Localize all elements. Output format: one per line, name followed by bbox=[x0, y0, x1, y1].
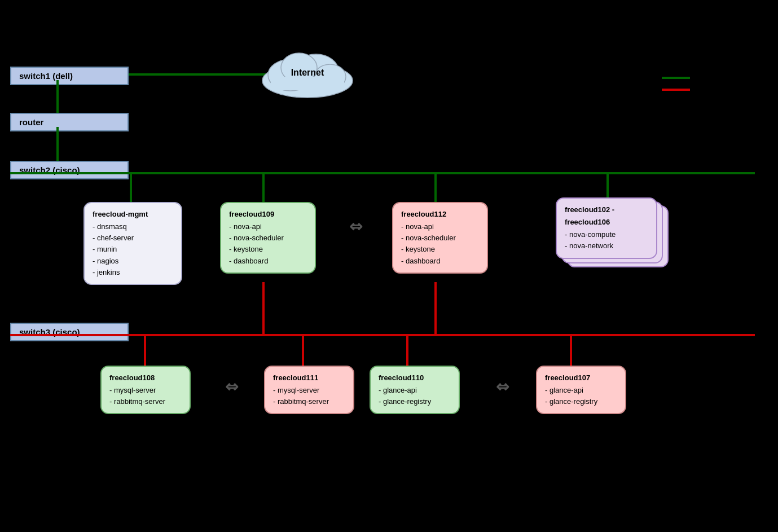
legend-green: public network bbox=[662, 73, 744, 82]
freecloud109-line3: - keystone bbox=[229, 244, 307, 255]
freecloud-mgmt-title: freecloud-mgmt bbox=[93, 209, 173, 220]
freecloud-mgmt-line3: - munin bbox=[93, 244, 173, 255]
freecloud-mgmt-line5: - jenkins bbox=[93, 267, 173, 278]
freecloud107-title: freecloud107 bbox=[545, 372, 617, 384]
red-drop-110 bbox=[406, 334, 408, 367]
freecloud109-line2: - nova-scheduler bbox=[229, 232, 307, 244]
freecloud112-line1: - nova-api bbox=[401, 221, 479, 232]
heartbeat-2-arrow: ⇔ bbox=[203, 379, 260, 395]
freecloud102-106-box: freecloud102 - freecloud106 - nova-compu… bbox=[556, 197, 657, 259]
router-box: router bbox=[10, 113, 129, 131]
internet-cloud: Internet bbox=[254, 38, 361, 103]
freecloud111-line2: - rabbitmq-server bbox=[273, 396, 345, 407]
red-drop-107 bbox=[570, 334, 572, 367]
freecloud108-line2: - rabbitmq-server bbox=[109, 396, 182, 407]
heartbeat-1: ⇔ Heartbeat +DRBD bbox=[327, 219, 384, 250]
red-up-109 bbox=[262, 282, 265, 335]
heartbeat-2: ⇔ Heartbeat +DRBD bbox=[203, 379, 260, 411]
internet-label: Internet bbox=[254, 68, 361, 78]
freecloud102-106-stack: freecloud102 - freecloud106 - nova-compu… bbox=[556, 197, 669, 276]
freecloud111-line1: - mysql-server bbox=[273, 385, 345, 396]
red-drop-108 bbox=[144, 334, 146, 367]
line-switch3-h bbox=[10, 334, 755, 336]
freecloud112-box: freecloud112 - nova-api - nova-scheduler… bbox=[392, 202, 488, 274]
heartbeat-1-label: Heartbeat +DRBD bbox=[327, 235, 384, 250]
drop-109 bbox=[262, 172, 265, 203]
freecloud112-title: freecloud112 bbox=[401, 209, 479, 220]
freecloud108-box: freecloud108 - mysql-server - rabbitmq-s… bbox=[100, 366, 191, 414]
freecloud107-box: freecloud107 - glance-api - glance-regis… bbox=[536, 366, 626, 414]
legend-green-line bbox=[662, 77, 690, 79]
svg-rect-5 bbox=[271, 77, 344, 90]
heartbeat-2-label: Heartbeat +DRBD bbox=[203, 395, 260, 411]
freecloud102-106-title1: freecloud102 - bbox=[565, 204, 648, 216]
freecloud-mgmt-line2: - chef-server bbox=[93, 232, 173, 244]
freecloud107-line2: - glance-registry bbox=[545, 396, 617, 407]
line-switch2-h bbox=[10, 172, 755, 174]
switch3-box: switch3 (cisco) bbox=[10, 323, 129, 341]
freecloud107-line1: - glance-api bbox=[545, 385, 617, 396]
freecloud108-line1: - mysql-server bbox=[109, 385, 182, 396]
freecloud102-106-line1: - nova-compute bbox=[565, 229, 648, 240]
switch1-box: switch1 (dell) bbox=[10, 67, 129, 85]
line-router-to-switch2 bbox=[56, 127, 59, 162]
drop-mgmt bbox=[130, 172, 132, 203]
freecloud-mgmt-box: freecloud-mgmt - dnsmasq - chef-server -… bbox=[83, 202, 182, 285]
legend-red-line bbox=[662, 89, 690, 91]
heartbeat-3-label: Heartbeat +DRBD bbox=[474, 395, 530, 411]
red-up-112 bbox=[434, 282, 437, 335]
legend-red-label: private network bbox=[695, 85, 744, 94]
freecloud-mgmt-line1: - dnsmasq bbox=[93, 221, 173, 232]
freecloud110-line1: - glance-api bbox=[379, 385, 451, 396]
freecloud110-box: freecloud110 - glance-api - glance-regis… bbox=[370, 366, 460, 414]
freecloud109-line4: - dashboard bbox=[229, 256, 307, 267]
heartbeat-3-arrow: ⇔ bbox=[474, 379, 530, 395]
freecloud-mgmt-line4: - nagios bbox=[93, 256, 173, 267]
freecloud109-line1: - nova-api bbox=[229, 221, 307, 232]
switch2-box: switch2 (cisco) bbox=[10, 161, 129, 179]
freecloud111-title: freecloud111 bbox=[273, 372, 345, 384]
legend-red: private network bbox=[662, 85, 744, 94]
freecloud109-box: freecloud109 - nova-api - nova-scheduler… bbox=[220, 202, 316, 274]
freecloud112-line4: - dashboard bbox=[401, 256, 479, 267]
freecloud102-106-title2: freecloud106 bbox=[565, 217, 648, 228]
freecloud111-box: freecloud111 - mysql-server - rabbitmq-s… bbox=[264, 366, 354, 414]
freecloud108-title: freecloud108 bbox=[109, 372, 182, 384]
red-drop-111 bbox=[302, 334, 304, 367]
freecloud109-title: freecloud109 bbox=[229, 209, 307, 220]
heartbeat-3: ⇔ Heartbeat +DRBD bbox=[474, 379, 530, 411]
legend: public network private network bbox=[662, 73, 744, 97]
line-switch1-to-router bbox=[56, 80, 59, 114]
freecloud102-106-line2: - nova-network bbox=[565, 240, 648, 252]
freecloud110-line2: - glance-registry bbox=[379, 396, 451, 407]
freecloud112-line2: - nova-scheduler bbox=[401, 232, 479, 244]
heartbeat-1-arrow: ⇔ bbox=[327, 219, 384, 235]
freecloud110-title: freecloud110 bbox=[379, 372, 451, 384]
legend-green-label: public network bbox=[695, 73, 741, 82]
freecloud112-line3: - keystone bbox=[401, 244, 479, 255]
drop-112 bbox=[434, 172, 437, 203]
